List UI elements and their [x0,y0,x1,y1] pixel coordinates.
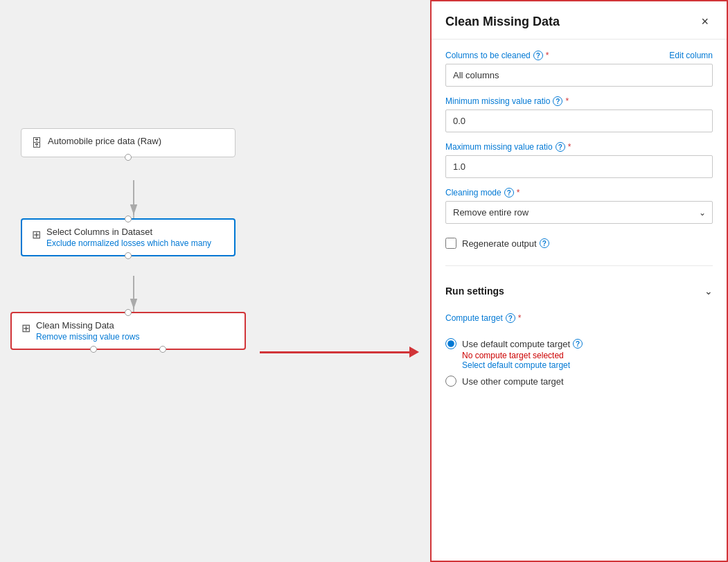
run-settings-section-header[interactable]: Run settings ⌄ [445,279,713,301]
node-automobile-price[interactable]: 🗄 Automobile price data (Raw) [21,128,236,157]
max-ratio-required: * [568,142,571,152]
cleaning-mode-required: * [517,188,520,197]
min-ratio-help-icon[interactable]: ? [553,96,562,106]
table-icon: ⊞ [32,228,41,241]
columns-label-row: Columns to be cleaned ? * Edit column [445,51,713,60]
cleaning-mode-field-group: Cleaning mode ? * Remove entire row Remo… [445,188,713,224]
cleaning-mode-select[interactable]: Remove entire row Remove entire column R… [445,201,713,224]
min-ratio-required: * [565,96,569,106]
min-ratio-input[interactable] [445,109,713,132]
radio-other-compute[interactable] [445,376,456,387]
arrow-head [409,346,419,358]
edit-column-link[interactable]: Edit column [669,51,713,60]
cleaning-mode-help-icon[interactable]: ? [504,188,514,197]
compute-target-label-row: Compute target ? * [445,310,713,323]
max-ratio-help-icon[interactable]: ? [556,142,565,152]
select-default-compute-link[interactable]: Select default compute target [462,360,713,370]
connector-bottom2 [125,252,132,259]
arrow-indicator [260,342,419,362]
regenerate-row: Regenerate output ? [445,234,713,253]
compute-target-required: * [518,313,522,323]
properties-panel: Clean Missing Data × Columns to be clean… [430,0,728,562]
node2-subtitle: Exclude normalized losses which have man… [46,238,211,248]
radio-default-label-text: Use default compute target [462,339,570,349]
node1-title: Automobile price data (Raw) [48,136,161,146]
panel-header: Clean Missing Data × [432,1,727,39]
max-ratio-label-row: Maximum missing value ratio ? * [445,142,713,152]
min-ratio-field-group: Minimum missing value ratio ? * [445,96,713,132]
regenerate-checkbox[interactable] [445,238,456,249]
radio-default-compute[interactable] [445,338,456,349]
columns-help-icon[interactable]: ? [533,51,543,60]
max-ratio-input[interactable] [445,155,713,178]
radio-other-label-text: Use other compute target [462,376,564,387]
cleaning-mode-label-row: Cleaning mode ? * [445,188,713,197]
node2-title: Select Columns in Dataset [46,227,211,237]
run-settings-chevron-icon: ⌄ [704,286,713,297]
compute-target-help-icon[interactable]: ? [506,313,515,323]
regenerate-label-text: Regenerate output [462,238,537,249]
radio-option-1-container: Use default compute target ? No compute … [445,338,713,370]
node3-subtitle: Remove missing value rows [36,332,139,342]
section-divider [445,265,713,266]
columns-input[interactable] [445,64,713,87]
connector-bottom3 [90,346,97,353]
cleaning-mode-label: Cleaning mode [445,188,501,197]
radio-other-label: Use other compute target [462,376,564,387]
panel-title: Clean Missing Data [445,15,560,29]
connector-bottom [125,154,132,161]
connector-bottom4 [159,346,166,353]
panel-body: Columns to be cleaned ? * Edit column Mi… [432,39,727,398]
radio-row-2: Use other compute target [445,376,713,387]
radio-row-1: Use default compute target ? [445,338,713,349]
database-icon: 🗄 [31,137,42,150]
no-compute-message: No compute target selected [462,351,713,360]
pipeline-canvas: 🗄 Automobile price data (Raw) ⊞ Select C… [0,0,430,562]
arrow-line [260,351,409,353]
close-button[interactable]: × [697,14,713,29]
compute-target-label: Compute target [445,313,503,323]
min-ratio-label-row: Minimum missing value ratio ? * [445,96,713,106]
max-ratio-field-group: Maximum missing value ratio ? * [445,142,713,178]
radio-default-label: Use default compute target ? [462,339,583,349]
connector-top [125,216,132,222]
node-clean-missing-data[interactable]: ⊞ Clean Missing Data Remove missing valu… [10,312,246,350]
compute-target-radio-group: Use default compute target ? No compute … [445,333,713,387]
columns-field-group: Columns to be cleaned ? * Edit column [445,51,713,87]
columns-label: Columns to be cleaned [445,51,531,60]
min-ratio-label: Minimum missing value ratio [445,96,550,106]
table-icon2: ⊞ [21,322,30,335]
regenerate-help-icon[interactable]: ? [540,238,549,248]
radio-default-help-icon[interactable]: ? [573,339,583,349]
columns-required: * [546,51,549,60]
node-select-columns[interactable]: ⊞ Select Columns in Dataset Exclude norm… [21,218,236,256]
regenerate-label: Regenerate output ? [462,238,549,249]
cleaning-mode-select-wrapper: Remove entire row Remove entire column R… [445,201,713,224]
max-ratio-label: Maximum missing value ratio [445,142,553,152]
run-settings-title: Run settings [445,286,504,297]
connector-top2 [125,309,132,316]
node3-title: Clean Missing Data [36,320,139,331]
